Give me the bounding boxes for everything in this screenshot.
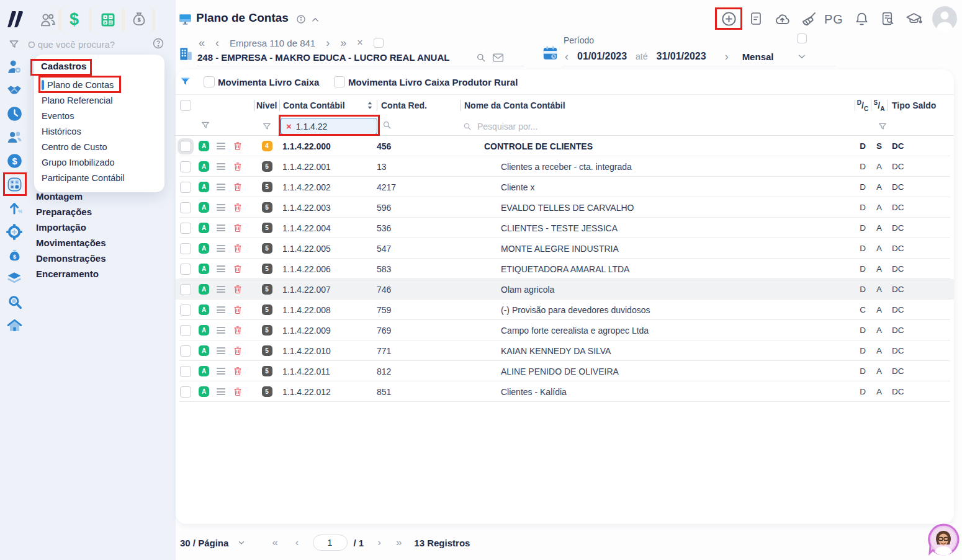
select-all-checkbox[interactable] <box>180 100 191 111</box>
table-row[interactable]: A51.1.4.22.012851Clientes - KalídiaDADC <box>176 381 954 402</box>
last-page-button[interactable]: » <box>396 536 402 549</box>
row-menu-icon[interactable] <box>217 184 225 190</box>
company-search-icon[interactable] <box>475 52 487 63</box>
delete-icon[interactable] <box>233 182 243 192</box>
table-row[interactable]: A51.1.4.22.009769Campo forte cerealista … <box>176 320 954 340</box>
user-avatar[interactable] <box>932 6 957 31</box>
submenu-item-participante-contabil[interactable]: Participante Contábil <box>34 170 164 185</box>
clear-filter-icon[interactable]: × <box>286 122 292 131</box>
submenu-item-plano-referencial[interactable]: Plano Referencial <box>34 92 164 108</box>
calculator-rail-icon[interactable] <box>6 176 23 193</box>
page-input[interactable]: 1 <box>313 535 348 551</box>
delete-icon[interactable] <box>233 161 243 172</box>
per-page-select[interactable]: 30 / Página <box>180 538 228 548</box>
row-menu-icon[interactable] <box>217 163 225 170</box>
row-menu-icon[interactable] <box>217 265 225 272</box>
row-menu-icon[interactable] <box>217 306 225 313</box>
conta-filter-input[interactable]: × 1.1.4.22 <box>281 118 377 135</box>
dollar-circle-icon[interactable]: $ <box>6 153 23 169</box>
gear-icon[interactable] <box>6 223 23 241</box>
table-row[interactable]: A51.1.4.22.006583ETIQUETADORA AMARAL LTD… <box>176 259 954 279</box>
delete-icon[interactable] <box>233 345 243 356</box>
delete-icon[interactable] <box>233 284 243 295</box>
table-row[interactable]: A51.1.4.22.008759(-) Provisão para deved… <box>176 300 954 320</box>
row-menu-icon[interactable] <box>217 245 225 252</box>
row-checkbox[interactable] <box>180 202 191 213</box>
nome-filter-input[interactable]: Pesquisar por... <box>460 122 855 131</box>
sidebar-item-preparacoes[interactable]: Preparações <box>36 204 166 220</box>
delete-icon[interactable] <box>233 223 243 233</box>
sidebar-item-demonstracoes[interactable]: Demonstrações <box>36 251 166 266</box>
layers-icon[interactable] <box>6 270 23 287</box>
submenu-item-historicos[interactable]: Históricos <box>34 123 164 139</box>
submenu-item-plano-de-contas[interactable]: Plano de Contas <box>34 77 164 92</box>
table-row[interactable]: A51.1.4.22.004536CLIENTES - TESTE JESSIC… <box>176 218 954 238</box>
submenu-item-grupo-imobilizado[interactable]: Grupo Imobilizado <box>34 154 164 170</box>
table-row[interactable]: A51.1.4.22.007746Olam agricolaDADC <box>176 279 954 300</box>
delete-icon[interactable] <box>233 325 243 336</box>
col-header-nivel[interactable]: Nível <box>256 100 277 110</box>
row-menu-icon[interactable] <box>217 224 225 231</box>
table-row[interactable]: A51.1.4.22.003596EVALDO TELLES DE CARVAL… <box>176 197 954 218</box>
col-header-conta-red[interactable]: Conta Red. <box>381 100 427 110</box>
chevron-down-icon[interactable] <box>797 52 807 61</box>
delete-icon[interactable] <box>233 141 243 151</box>
row-menu-icon[interactable] <box>217 286 225 293</box>
period-to[interactable]: 31/01/2023 <box>657 51 706 62</box>
next-period-button[interactable]: › <box>725 51 729 62</box>
last-company-button[interactable]: » <box>340 37 346 48</box>
table-row[interactable]: A41.1.4.22.000456CONTROLE DE CLIENTESDSD… <box>176 136 954 156</box>
col-header-dc[interactable]: D/C <box>857 99 868 112</box>
row-checkbox[interactable] <box>180 325 191 336</box>
money-bag-icon[interactable] <box>130 10 148 29</box>
document-icon[interactable] <box>748 11 763 27</box>
first-company-button[interactable]: « <box>199 37 205 48</box>
row-checkbox[interactable] <box>180 182 191 193</box>
clock-icon[interactable] <box>6 105 23 122</box>
app-logo[interactable] <box>6 8 29 30</box>
col-header-tipo-saldo[interactable]: Tipo Saldo <box>892 100 936 110</box>
handshake-icon[interactable] <box>5 82 24 98</box>
livro-caixa-rural-checkbox[interactable] <box>334 76 345 87</box>
sidebar-item-movimentacoes[interactable]: Movimentações <box>36 235 166 251</box>
money-bag-rail-icon[interactable]: $ <box>7 247 22 264</box>
delete-icon[interactable] <box>233 366 243 376</box>
livro-caixa-checkbox[interactable] <box>204 76 215 87</box>
home-icon[interactable] <box>6 318 23 334</box>
delete-icon[interactable] <box>233 202 243 213</box>
row-menu-icon[interactable] <box>217 204 225 211</box>
graduation-cap-icon[interactable] <box>905 11 923 27</box>
row-checkbox[interactable] <box>180 386 191 398</box>
bell-icon[interactable] <box>854 11 870 27</box>
period-mode-select[interactable]: Mensal <box>742 51 774 62</box>
close-icon[interactable]: × <box>357 37 362 48</box>
row-checkbox[interactable] <box>180 304 191 316</box>
row-checkbox[interactable] <box>180 243 191 254</box>
add-icon[interactable] <box>721 11 737 27</box>
row-checkbox[interactable] <box>180 161 191 172</box>
search-icon[interactable] <box>7 294 23 310</box>
delete-icon[interactable] <box>233 264 243 274</box>
table-row[interactable]: A51.1.4.22.005547MONTE ALEGRE INDUSTRIAD… <box>176 238 954 259</box>
row-checkbox[interactable] <box>180 141 191 152</box>
funnel-icon[interactable] <box>262 122 272 131</box>
help-icon[interactable] <box>152 37 164 50</box>
delete-icon[interactable] <box>233 304 243 315</box>
row-checkbox[interactable] <box>180 264 191 275</box>
col-header-nome[interactable]: Nome da Conta Contábil <box>464 100 565 110</box>
sidebar-item-importacao[interactable]: Importação <box>36 220 166 235</box>
sort-icon[interactable] <box>367 101 373 110</box>
col-header-sa[interactable]: S/A <box>874 99 885 112</box>
chevron-down-icon[interactable] <box>237 539 246 546</box>
table-row[interactable]: A51.1.4.22.00113Clientes a receber - cta… <box>176 156 954 177</box>
info-icon[interactable] <box>296 14 306 24</box>
cloud-upload-icon[interactable] <box>773 11 791 27</box>
company-checkbox[interactable] <box>374 38 384 48</box>
pg-button[interactable]: PG <box>824 12 843 27</box>
user-settings-icon[interactable] <box>6 58 23 75</box>
row-checkbox[interactable] <box>180 366 191 377</box>
dollar-icon[interactable]: $ <box>70 10 79 29</box>
table-row[interactable]: A51.1.4.22.011812ALINE PENIDO DE OLIVEIR… <box>176 361 954 381</box>
row-menu-icon[interactable] <box>217 388 225 395</box>
next-company-button[interactable]: › <box>326 37 330 48</box>
